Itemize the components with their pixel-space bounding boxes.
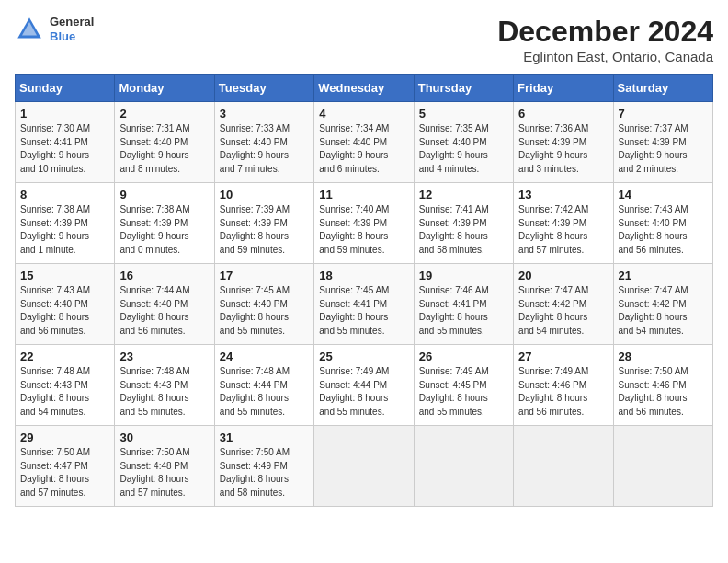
calendar-subtitle: Eglinton East, Ontario, Canada [497, 49, 713, 64]
day-info: Sunrise: 7:48 AM Sunset: 4:44 PM Dayligh… [220, 365, 309, 419]
day-cell: 7Sunrise: 7:37 AM Sunset: 4:39 PM Daylig… [613, 102, 712, 183]
day-info: Sunrise: 7:49 AM Sunset: 4:46 PM Dayligh… [518, 365, 608, 419]
logo-icon [15, 15, 44, 44]
header-cell-wednesday: Wednesday [314, 75, 414, 102]
day-info: Sunrise: 7:42 AM Sunset: 4:39 PM Dayligh… [518, 203, 608, 257]
day-info: Sunrise: 7:45 AM Sunset: 4:40 PM Dayligh… [220, 284, 309, 338]
calendar-table: SundayMondayTuesdayWednesdayThursdayFrid… [15, 74, 713, 507]
header-cell-friday: Friday [514, 75, 613, 102]
day-number: 8 [20, 188, 109, 201]
day-cell: 16Sunrise: 7:44 AM Sunset: 4:40 PM Dayli… [115, 264, 214, 345]
day-info: Sunrise: 7:47 AM Sunset: 4:42 PM Dayligh… [619, 284, 708, 338]
day-number: 14 [619, 188, 708, 201]
day-cell: 17Sunrise: 7:45 AM Sunset: 4:40 PM Dayli… [214, 264, 313, 345]
day-number: 21 [619, 269, 708, 282]
day-cell: 24Sunrise: 7:48 AM Sunset: 4:44 PM Dayli… [214, 345, 313, 426]
day-info: Sunrise: 7:38 AM Sunset: 4:39 PM Dayligh… [119, 203, 209, 257]
day-number: 27 [518, 350, 608, 363]
day-cell: 25Sunrise: 7:49 AM Sunset: 4:44 PM Dayli… [314, 345, 414, 426]
day-number: 29 [20, 431, 109, 444]
day-info: Sunrise: 7:50 AM Sunset: 4:46 PM Dayligh… [619, 365, 708, 419]
header-row: SundayMondayTuesdayWednesdayThursdayFrid… [16, 75, 713, 102]
day-cell: 21Sunrise: 7:47 AM Sunset: 4:42 PM Dayli… [613, 264, 712, 345]
header-cell-tuesday: Tuesday [214, 75, 313, 102]
day-cell: 4Sunrise: 7:34 AM Sunset: 4:40 PM Daylig… [314, 102, 414, 183]
day-cell: 2Sunrise: 7:31 AM Sunset: 4:40 PM Daylig… [115, 102, 214, 183]
day-number: 16 [119, 269, 209, 282]
day-cell: 10Sunrise: 7:39 AM Sunset: 4:39 PM Dayli… [214, 183, 313, 264]
day-cell: 22Sunrise: 7:48 AM Sunset: 4:43 PM Dayli… [16, 345, 115, 426]
day-number: 2 [119, 107, 209, 121]
day-number: 30 [119, 431, 209, 444]
day-cell [514, 426, 613, 507]
week-row-5: 29Sunrise: 7:50 AM Sunset: 4:47 PM Dayli… [16, 426, 713, 507]
day-info: Sunrise: 7:30 AM Sunset: 4:41 PM Dayligh… [20, 122, 109, 176]
day-cell: 29Sunrise: 7:50 AM Sunset: 4:47 PM Dayli… [16, 426, 115, 507]
day-cell: 30Sunrise: 7:50 AM Sunset: 4:48 PM Dayli… [115, 426, 214, 507]
day-info: Sunrise: 7:31 AM Sunset: 4:40 PM Dayligh… [119, 122, 209, 176]
day-number: 18 [319, 269, 408, 282]
day-cell: 3Sunrise: 7:33 AM Sunset: 4:40 PM Daylig… [214, 102, 313, 183]
day-cell: 6Sunrise: 7:36 AM Sunset: 4:39 PM Daylig… [514, 102, 613, 183]
day-cell: 20Sunrise: 7:47 AM Sunset: 4:42 PM Dayli… [514, 264, 613, 345]
day-number: 28 [619, 350, 708, 363]
day-info: Sunrise: 7:44 AM Sunset: 4:40 PM Dayligh… [119, 284, 209, 338]
day-number: 23 [119, 350, 209, 363]
day-number: 11 [319, 188, 408, 201]
day-number: 5 [419, 107, 508, 121]
logo-line1: General [50, 15, 94, 29]
day-info: Sunrise: 7:45 AM Sunset: 4:41 PM Dayligh… [319, 284, 408, 338]
day-cell: 15Sunrise: 7:43 AM Sunset: 4:40 PM Dayli… [16, 264, 115, 345]
day-info: Sunrise: 7:50 AM Sunset: 4:48 PM Dayligh… [119, 446, 209, 500]
day-info: Sunrise: 7:49 AM Sunset: 4:45 PM Dayligh… [419, 365, 508, 419]
day-number: 9 [119, 188, 209, 201]
day-info: Sunrise: 7:37 AM Sunset: 4:39 PM Dayligh… [619, 122, 708, 176]
day-number: 20 [518, 269, 608, 282]
day-cell: 1Sunrise: 7:30 AM Sunset: 4:41 PM Daylig… [16, 102, 115, 183]
day-info: Sunrise: 7:47 AM Sunset: 4:42 PM Dayligh… [518, 284, 608, 338]
day-cell [314, 426, 414, 507]
day-number: 6 [518, 107, 608, 121]
day-info: Sunrise: 7:49 AM Sunset: 4:44 PM Dayligh… [319, 365, 408, 419]
day-cell: 28Sunrise: 7:50 AM Sunset: 4:46 PM Dayli… [613, 345, 712, 426]
week-row-2: 8Sunrise: 7:38 AM Sunset: 4:39 PM Daylig… [16, 183, 713, 264]
day-info: Sunrise: 7:39 AM Sunset: 4:39 PM Dayligh… [220, 203, 309, 257]
day-number: 15 [20, 269, 109, 282]
logo: General Blue [15, 15, 94, 44]
day-number: 26 [419, 350, 508, 363]
day-number: 13 [518, 188, 608, 201]
day-number: 22 [20, 350, 109, 363]
header-cell-thursday: Thursday [414, 75, 513, 102]
day-info: Sunrise: 7:46 AM Sunset: 4:41 PM Dayligh… [419, 284, 508, 338]
day-info: Sunrise: 7:35 AM Sunset: 4:40 PM Dayligh… [419, 122, 508, 176]
logo-line2: Blue [50, 29, 94, 44]
day-cell: 31Sunrise: 7:50 AM Sunset: 4:49 PM Dayli… [214, 426, 313, 507]
day-info: Sunrise: 7:36 AM Sunset: 4:39 PM Dayligh… [518, 122, 608, 176]
calendar-body: 1Sunrise: 7:30 AM Sunset: 4:41 PM Daylig… [16, 102, 713, 507]
day-info: Sunrise: 7:38 AM Sunset: 4:39 PM Dayligh… [20, 203, 109, 257]
day-info: Sunrise: 7:48 AM Sunset: 4:43 PM Dayligh… [119, 365, 209, 419]
day-number: 31 [220, 431, 309, 444]
day-cell: 23Sunrise: 7:48 AM Sunset: 4:43 PM Dayli… [115, 345, 214, 426]
day-cell: 5Sunrise: 7:35 AM Sunset: 4:40 PM Daylig… [414, 102, 513, 183]
day-cell: 12Sunrise: 7:41 AM Sunset: 4:39 PM Dayli… [414, 183, 513, 264]
day-cell: 8Sunrise: 7:38 AM Sunset: 4:39 PM Daylig… [16, 183, 115, 264]
day-info: Sunrise: 7:48 AM Sunset: 4:43 PM Dayligh… [20, 365, 109, 419]
title-block: December 2024 Eglinton East, Ontario, Ca… [497, 15, 713, 64]
day-cell: 26Sunrise: 7:49 AM Sunset: 4:45 PM Dayli… [414, 345, 513, 426]
header-cell-saturday: Saturday [613, 75, 712, 102]
day-cell: 19Sunrise: 7:46 AM Sunset: 4:41 PM Dayli… [414, 264, 513, 345]
day-info: Sunrise: 7:43 AM Sunset: 4:40 PM Dayligh… [20, 284, 109, 338]
week-row-3: 15Sunrise: 7:43 AM Sunset: 4:40 PM Dayli… [16, 264, 713, 345]
day-number: 17 [220, 269, 309, 282]
day-number: 24 [220, 350, 309, 363]
day-number: 12 [419, 188, 508, 201]
day-info: Sunrise: 7:34 AM Sunset: 4:40 PM Dayligh… [319, 122, 408, 176]
calendar-title: December 2024 [497, 15, 713, 49]
day-info: Sunrise: 7:40 AM Sunset: 4:39 PM Dayligh… [319, 203, 408, 257]
day-number: 25 [319, 350, 408, 363]
day-info: Sunrise: 7:33 AM Sunset: 4:40 PM Dayligh… [220, 122, 309, 176]
day-info: Sunrise: 7:50 AM Sunset: 4:47 PM Dayligh… [20, 446, 109, 500]
week-row-1: 1Sunrise: 7:30 AM Sunset: 4:41 PM Daylig… [16, 102, 713, 183]
day-cell: 11Sunrise: 7:40 AM Sunset: 4:39 PM Dayli… [314, 183, 414, 264]
